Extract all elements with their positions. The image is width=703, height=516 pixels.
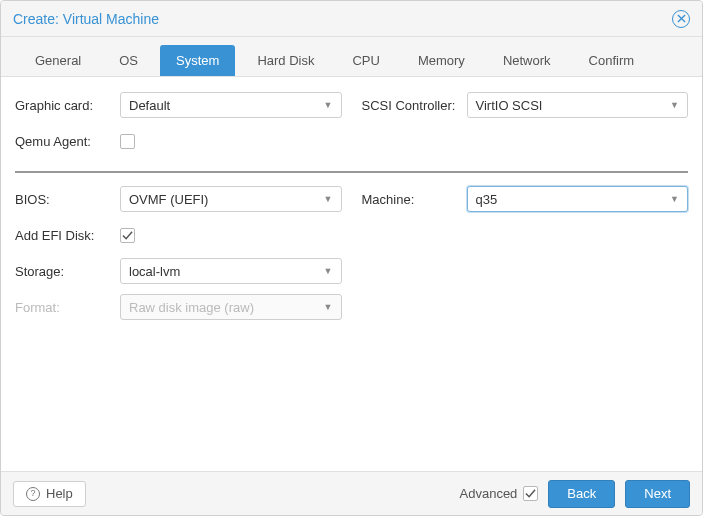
close-button[interactable] <box>672 10 690 28</box>
tab-system[interactable]: System <box>160 45 235 76</box>
tab-hard-disk[interactable]: Hard Disk <box>241 45 330 76</box>
format-value: Raw disk image (raw) <box>129 300 254 315</box>
chevron-down-icon: ▼ <box>670 194 679 204</box>
form-bottom: BIOS: OVMF (UEFI) ▼ Add EFI Disk: S <box>15 185 688 329</box>
scsi-controller-value: VirtIO SCSI <box>476 98 543 113</box>
titlebar: Create: Virtual Machine <box>1 1 702 37</box>
help-label: Help <box>46 486 73 501</box>
separator <box>15 171 688 173</box>
graphic-card-label: Graphic card: <box>15 98 120 113</box>
bios-select[interactable]: OVMF (UEFI) ▼ <box>120 186 342 212</box>
format-label: Format: <box>15 300 120 315</box>
next-button[interactable]: Next <box>625 480 690 508</box>
storage-label: Storage: <box>15 264 120 279</box>
tab-network[interactable]: Network <box>487 45 567 76</box>
advanced-checkbox[interactable] <box>523 486 538 501</box>
machine-value: q35 <box>476 192 498 207</box>
machine-label: Machine: <box>362 192 467 207</box>
tabs: General OS System Hard Disk CPU Memory N… <box>1 37 702 77</box>
bios-value: OVMF (UEFI) <box>129 192 208 207</box>
chevron-down-icon: ▼ <box>670 100 679 110</box>
storage-value: local-lvm <box>129 264 180 279</box>
check-icon <box>122 230 133 241</box>
machine-select[interactable]: q35 ▼ <box>467 186 689 212</box>
qemu-agent-checkbox[interactable] <box>120 134 135 149</box>
chevron-down-icon: ▼ <box>324 266 333 276</box>
tab-memory[interactable]: Memory <box>402 45 481 76</box>
window-title: Create: Virtual Machine <box>13 11 159 27</box>
chevron-down-icon: ▼ <box>324 194 333 204</box>
add-efi-disk-label: Add EFI Disk: <box>15 228 120 243</box>
chevron-down-icon: ▼ <box>324 302 333 312</box>
scsi-controller-select[interactable]: VirtIO SCSI ▼ <box>467 92 689 118</box>
close-icon <box>677 14 686 23</box>
advanced-toggle[interactable]: Advanced <box>460 486 539 501</box>
format-select: Raw disk image (raw) ▼ <box>120 294 342 320</box>
form-top: Graphic card: Default ▼ Qemu Agent: <box>15 91 688 163</box>
tab-cpu[interactable]: CPU <box>336 45 395 76</box>
window: Create: Virtual Machine General OS Syste… <box>0 0 703 516</box>
back-button[interactable]: Back <box>548 480 615 508</box>
tab-os[interactable]: OS <box>103 45 154 76</box>
add-efi-disk-checkbox[interactable] <box>120 228 135 243</box>
help-button[interactable]: ? Help <box>13 481 86 507</box>
graphic-card-value: Default <box>129 98 170 113</box>
advanced-label: Advanced <box>460 486 518 501</box>
content-area: Graphic card: Default ▼ Qemu Agent: <box>1 77 702 471</box>
tab-general[interactable]: General <box>19 45 97 76</box>
chevron-down-icon: ▼ <box>324 100 333 110</box>
storage-select[interactable]: local-lvm ▼ <box>120 258 342 284</box>
check-icon <box>525 488 536 499</box>
footer: ? Help Advanced Back Next <box>1 471 702 515</box>
tab-confirm[interactable]: Confirm <box>573 45 651 76</box>
graphic-card-select[interactable]: Default ▼ <box>120 92 342 118</box>
bios-label: BIOS: <box>15 192 120 207</box>
footer-right: Advanced Back Next <box>460 480 690 508</box>
help-icon: ? <box>26 487 40 501</box>
scsi-controller-label: SCSI Controller: <box>362 98 467 113</box>
qemu-agent-label: Qemu Agent: <box>15 134 120 149</box>
